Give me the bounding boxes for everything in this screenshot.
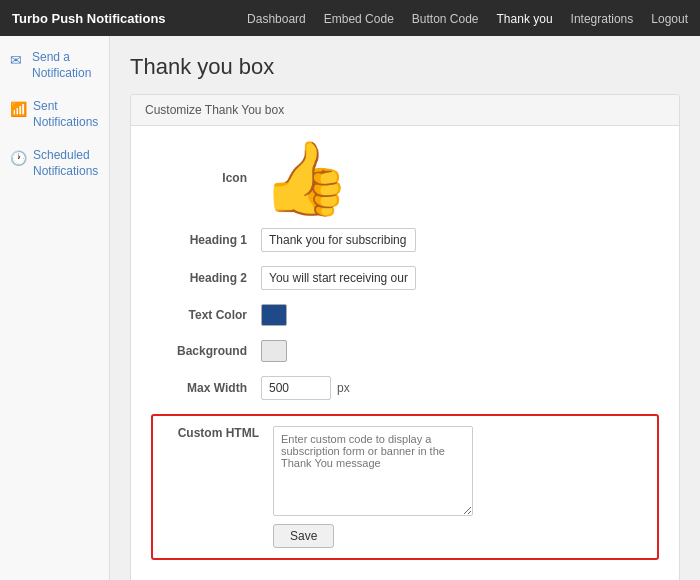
max-width-label: Max Width [151, 381, 261, 395]
main-content: Thank you box Customize Thank You box Ic… [110, 36, 700, 580]
card-header: Customize Thank You box [131, 95, 679, 126]
heading2-row: Heading 2 [151, 266, 659, 290]
max-width-input[interactable] [261, 376, 331, 400]
custom-html-inner: Custom HTML [163, 426, 647, 516]
background-swatch[interactable] [261, 340, 287, 362]
max-width-row: Max Width px [151, 376, 659, 400]
chart-icon: 📶 [10, 100, 27, 118]
custom-html-section: Custom HTML Save [151, 414, 659, 560]
icon-row: Icon 👍 [151, 142, 659, 214]
customize-card: Customize Thank You box Icon 👍 Heading 1… [130, 94, 680, 580]
page-title: Thank you box [130, 54, 680, 80]
thumbs-up-icon: 👍 [261, 142, 351, 214]
heading2-label: Heading 2 [151, 271, 261, 285]
heading1-input[interactable] [261, 228, 416, 252]
save-row: Save [273, 524, 647, 548]
heading1-row: Heading 1 [151, 228, 659, 252]
icon-label: Icon [151, 171, 261, 185]
heading1-label: Heading 1 [151, 233, 261, 247]
send-icon: ✉ [10, 51, 26, 69]
custom-html-label: Custom HTML [163, 426, 273, 440]
text-color-row: Text Color [151, 304, 659, 326]
text-color-swatch[interactable] [261, 304, 287, 326]
sidebar-item-scheduled[interactable]: 🕐 Scheduled Notifications [10, 148, 99, 179]
px-unit: px [337, 381, 350, 395]
sidebar-item-sent[interactable]: 📶 Sent Notifications [10, 99, 99, 130]
sidebar-label-send: Send a Notification [32, 50, 99, 81]
sidebar-item-send[interactable]: ✉ Send a Notification [10, 50, 99, 81]
nav-dashboard[interactable]: Dashboard [247, 11, 306, 26]
heading2-input[interactable] [261, 266, 416, 290]
sidebar: ✉ Send a Notification 📶 Sent Notificatio… [0, 36, 110, 580]
text-color-label: Text Color [151, 308, 261, 322]
nav-button-code[interactable]: Button Code [412, 11, 479, 26]
nav-logout[interactable]: Logout [651, 11, 688, 26]
sidebar-label-sent: Sent Notifications [33, 99, 99, 130]
nav-embed-code[interactable]: Embed Code [324, 11, 394, 26]
custom-html-textarea[interactable] [273, 426, 473, 516]
top-nav: Turbo Push Notifications Dashboard Embed… [0, 0, 700, 36]
brand-title: Turbo Push Notifications [12, 11, 166, 26]
background-row: Background [151, 340, 659, 362]
nav-thank-you[interactable]: Thank you [497, 11, 553, 26]
background-label: Background [151, 344, 261, 358]
clock-icon: 🕐 [10, 149, 27, 167]
sidebar-label-scheduled: Scheduled Notifications [33, 148, 99, 179]
nav-integrations[interactable]: Integrations [571, 11, 634, 26]
save-button[interactable]: Save [273, 524, 334, 548]
